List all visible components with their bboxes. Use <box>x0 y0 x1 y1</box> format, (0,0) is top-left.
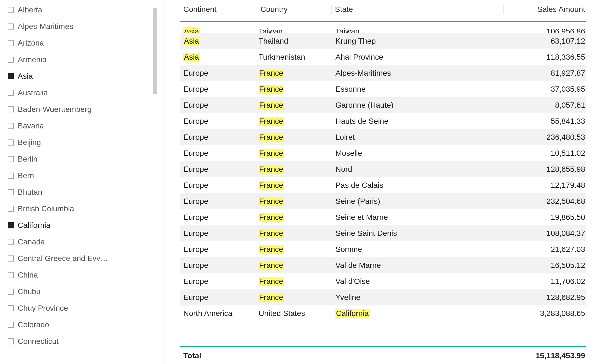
slicer-item[interactable]: Berlin <box>8 151 157 167</box>
cell-country: France <box>257 69 332 78</box>
checkbox-empty-icon[interactable] <box>8 23 14 30</box>
checkbox-empty-icon[interactable] <box>8 139 14 146</box>
slicer-item[interactable]: Bhutan <box>8 184 157 201</box>
checkbox-empty-icon[interactable] <box>8 40 14 46</box>
cell-country: France <box>257 245 332 254</box>
cell-country: United States <box>257 309 332 318</box>
table-row[interactable]: AsiaTaiwanTaiwan106,956.86 <box>180 22 586 33</box>
cell-country: Thailand <box>257 37 332 46</box>
checkbox-empty-icon[interactable] <box>8 90 14 96</box>
table-row[interactable]: EuropeFranceEssonne37,035.95 <box>180 81 586 97</box>
table-row[interactable]: EuropeFranceGaronne (Haute)8,057.61 <box>180 97 586 113</box>
cell-sales: 236,480.53 <box>503 133 586 142</box>
table-row[interactable]: AsiaThailandKrung Thep63,107.12 <box>180 33 586 49</box>
table-row[interactable]: EuropeFranceVal d'Oise11,706.02 <box>180 273 586 289</box>
table-row[interactable]: EuropeFranceVal de Marne16,505.12 <box>180 257 586 273</box>
table-row[interactable]: North AmericaUnited StatesCalifornia3,28… <box>180 305 586 321</box>
checkbox-empty-icon[interactable] <box>8 305 14 311</box>
highlight: France <box>259 197 284 206</box>
cell-state: Seine et Marne <box>332 213 503 222</box>
slicer-item-label: Arizona <box>18 39 44 48</box>
checkbox-checked-icon[interactable] <box>8 73 14 79</box>
slicer-item[interactable]: Canada <box>8 234 157 250</box>
checkbox-empty-icon[interactable] <box>8 7 14 13</box>
slicer-list[interactable]: AlbertaAlpes-MaritimesArizonaArmeniaAsia… <box>8 2 157 364</box>
highlight: France <box>259 85 284 94</box>
cell-state: Alpes-Maritimes <box>332 69 503 78</box>
slicer-item-label: Berlin <box>18 155 38 163</box>
slicer-item[interactable]: Central Greece and Evv… <box>8 250 157 267</box>
table-row[interactable]: EuropeFranceSeine et Marne19,865.50 <box>180 209 586 225</box>
highlight: France <box>259 181 284 190</box>
checkbox-empty-icon[interactable] <box>8 289 14 295</box>
slicer-item[interactable]: Alpes-Maritimes <box>8 18 157 35</box>
checkbox-empty-icon[interactable] <box>8 123 14 129</box>
table-row[interactable]: EuropeFrancePas de Calais12,179.48 <box>180 177 586 193</box>
cell-sales: 12,179.48 <box>503 181 586 190</box>
highlight: France <box>259 165 284 174</box>
checkbox-empty-icon[interactable] <box>8 239 14 245</box>
slicer-item[interactable]: Arizona <box>8 35 157 51</box>
slicer-item[interactable]: Beijing <box>8 134 157 151</box>
table-row[interactable]: EuropeFranceYveline128,682.95 <box>180 289 586 305</box>
table-row[interactable]: EuropeFranceSomme21,627.03 <box>180 241 586 257</box>
slicer-item[interactable]: Alberta <box>8 2 157 18</box>
slicer-item[interactable]: Colorado <box>8 316 157 333</box>
slicer-item-label: California <box>18 221 50 230</box>
table-row[interactable]: EuropeFranceSeine Saint Denis108,084.37 <box>180 225 586 241</box>
checkbox-empty-icon[interactable] <box>8 173 14 179</box>
slicer-item[interactable]: Chubu <box>8 283 157 300</box>
slicer-item[interactable]: Chuy Province <box>8 300 157 316</box>
slicer-item[interactable]: China <box>8 267 157 283</box>
slicer-item[interactable]: Australia <box>8 85 157 101</box>
slicer-item-label: China <box>18 271 38 279</box>
table-row[interactable]: EuropeFranceLoiret236,480.53 <box>180 129 586 145</box>
checkbox-empty-icon[interactable] <box>8 156 14 162</box>
column-header-continent[interactable]: Continent <box>180 5 257 14</box>
checkbox-empty-icon[interactable] <box>8 206 14 212</box>
cell-sales: 8,057.61 <box>503 101 586 110</box>
checkbox-empty-icon[interactable] <box>8 272 14 278</box>
cell-sales: 128,682.95 <box>503 293 586 302</box>
table-body[interactable]: AsiaTaiwanTaiwan106,956.86AsiaThailandKr… <box>180 22 586 346</box>
checkbox-empty-icon[interactable] <box>8 255 14 262</box>
slicer-item[interactable]: Connecticut <box>8 333 157 350</box>
slicer-item[interactable]: Asia <box>8 68 157 85</box>
table-row[interactable]: EuropeFranceAlpes-Maritimes81,927.87 <box>180 65 586 81</box>
cell-state: Krung Thep <box>332 37 503 46</box>
column-header-country[interactable]: Country <box>257 5 332 14</box>
highlight: France <box>259 133 284 142</box>
column-header-sales[interactable]: Sales Amount <box>503 5 586 14</box>
cell-continent: Asia <box>180 37 257 46</box>
checkbox-empty-icon[interactable] <box>8 106 14 112</box>
checkbox-empty-icon[interactable] <box>8 57 14 63</box>
table-row[interactable]: EuropeFranceMoselle10,511.02 <box>180 145 586 161</box>
table-row[interactable]: EuropeFranceNord128,655.98 <box>180 161 586 177</box>
slicer-item[interactable]: Bern <box>8 167 157 184</box>
checkbox-empty-icon[interactable] <box>8 338 14 344</box>
cell-sales: 232,504.68 <box>503 197 586 206</box>
checkbox-empty-icon[interactable] <box>8 189 14 195</box>
cell-continent: Europe <box>180 101 257 110</box>
cell-continent: Europe <box>180 245 257 254</box>
slicer-item[interactable]: British Columbia <box>8 201 157 217</box>
table-row[interactable]: AsiaTurkmenistanAhal Province118,336.55 <box>180 49 586 65</box>
cell-sales: 16,505.12 <box>503 261 586 270</box>
checkbox-empty-icon[interactable] <box>8 322 14 328</box>
highlight: France <box>259 261 284 270</box>
cell-continent: Europe <box>180 277 257 286</box>
checkbox-checked-icon[interactable] <box>8 222 14 228</box>
cell-continent: Europe <box>180 69 257 78</box>
slicer-item[interactable]: California <box>8 217 157 234</box>
slicer-item[interactable]: Armenia <box>8 51 157 68</box>
slicer-item[interactable]: Bavaria <box>8 118 157 134</box>
table-row[interactable]: EuropeFranceSeine (Paris)232,504.68 <box>180 193 586 209</box>
slicer-item-label: Central Greece and Evv… <box>18 254 108 263</box>
slicer-item[interactable]: Baden-Wuerttemberg <box>8 101 157 118</box>
highlight: France <box>259 117 284 126</box>
cell-sales: 63,107.12 <box>503 37 586 46</box>
column-header-state[interactable]: State <box>331 5 504 14</box>
cell-state: Nord <box>332 165 503 174</box>
table-row[interactable]: EuropeFranceHauts de Seine55,841.33 <box>180 113 586 129</box>
slicer-scrollbar[interactable] <box>153 8 157 94</box>
